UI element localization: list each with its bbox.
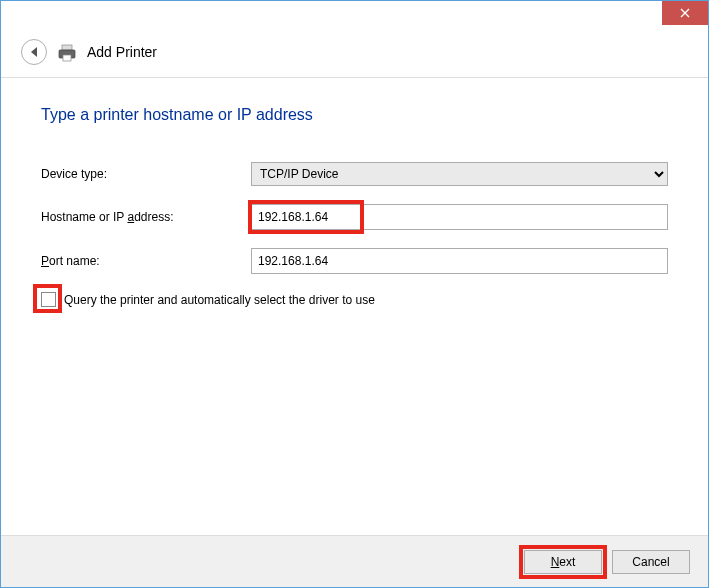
hostname-label: Hostname or IP address: bbox=[41, 210, 251, 224]
query-checkbox-row: Query the printer and automatically sele… bbox=[41, 292, 668, 307]
next-button[interactable]: Next bbox=[524, 550, 602, 574]
header-title: Add Printer bbox=[87, 44, 157, 60]
cancel-button[interactable]: Cancel bbox=[612, 550, 690, 574]
query-checkbox-label: Query the printer and automatically sele… bbox=[64, 293, 375, 307]
page-heading: Type a printer hostname or IP address bbox=[41, 106, 668, 124]
close-icon bbox=[680, 8, 690, 18]
close-button[interactable] bbox=[662, 1, 708, 25]
wizard-content: Type a printer hostname or IP address De… bbox=[1, 78, 708, 327]
svg-rect-0 bbox=[62, 45, 72, 50]
device-type-label: Device type: bbox=[41, 167, 251, 181]
port-name-row: Port name: bbox=[41, 248, 668, 274]
printer-icon bbox=[57, 44, 77, 60]
svg-rect-2 bbox=[63, 55, 71, 61]
wizard-footer: Next Cancel bbox=[1, 535, 708, 587]
back-button[interactable] bbox=[21, 39, 47, 65]
port-name-input[interactable] bbox=[251, 248, 668, 274]
device-type-select[interactable]: TCP/IP Device bbox=[251, 162, 668, 186]
hostname-input-wrap bbox=[251, 204, 668, 230]
back-arrow-icon bbox=[31, 47, 37, 57]
titlebar bbox=[1, 1, 708, 31]
device-type-row: Device type: TCP/IP Device bbox=[41, 162, 668, 186]
highlight-annotation: Next bbox=[524, 550, 602, 574]
hostname-input[interactable] bbox=[252, 205, 667, 229]
hostname-row: Hostname or IP address: bbox=[41, 204, 668, 230]
device-type-select-wrap: TCP/IP Device bbox=[251, 162, 668, 186]
port-name-label: Port name: bbox=[41, 254, 251, 268]
wizard-header: Add Printer bbox=[1, 31, 708, 78]
query-checkbox[interactable] bbox=[41, 292, 56, 307]
